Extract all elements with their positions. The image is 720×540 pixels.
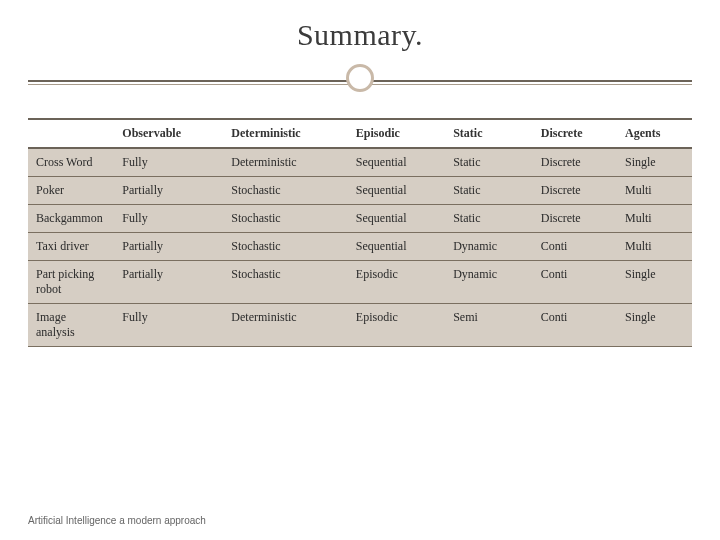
table-row: Backgammon Fully Stochastic Sequential S…: [28, 205, 692, 233]
summary-table: Observable Deterministic Episodic Static…: [28, 118, 692, 347]
cell: Stochastic: [223, 205, 348, 233]
cell: Static: [445, 205, 533, 233]
cell: Discrete: [533, 177, 617, 205]
header-discrete: Discrete: [533, 119, 617, 148]
cell: Sequential: [348, 233, 445, 261]
cell: Dynamic: [445, 233, 533, 261]
cell: Conti: [533, 304, 617, 347]
table-row: Taxi driver Partially Stochastic Sequent…: [28, 233, 692, 261]
circle-ornament-icon: [346, 64, 374, 92]
cell: Single: [617, 304, 692, 347]
header-agents: Agents: [617, 119, 692, 148]
cell-label: Taxi driver: [28, 233, 114, 261]
cell-label: Part picking robot: [28, 261, 114, 304]
cell: Conti: [533, 261, 617, 304]
page-title: Summary.: [28, 18, 692, 52]
table-row: Part picking robot Partially Stochastic …: [28, 261, 692, 304]
cell-label: Image analysis: [28, 304, 114, 347]
cell: Fully: [114, 148, 223, 177]
cell: Fully: [114, 205, 223, 233]
header-observable: Observable: [114, 119, 223, 148]
cell: Stochastic: [223, 233, 348, 261]
cell: Dynamic: [445, 261, 533, 304]
title-area: Summary.: [28, 18, 692, 78]
footer-text: Artificial Intelligence a modern approac…: [28, 515, 206, 526]
header-episodic: Episodic: [348, 119, 445, 148]
cell: Fully: [114, 304, 223, 347]
table-row: Poker Partially Stochastic Sequential St…: [28, 177, 692, 205]
cell: Stochastic: [223, 177, 348, 205]
cell: Partially: [114, 261, 223, 304]
cell: Sequential: [348, 148, 445, 177]
cell-label: Poker: [28, 177, 114, 205]
cell: Partially: [114, 233, 223, 261]
cell: Sequential: [348, 177, 445, 205]
cell: Single: [617, 148, 692, 177]
cell: Single: [617, 261, 692, 304]
cell: Static: [445, 148, 533, 177]
table-header-row: Observable Deterministic Episodic Static…: [28, 119, 692, 148]
header-deterministic: Deterministic: [223, 119, 348, 148]
cell: Deterministic: [223, 304, 348, 347]
cell: Conti: [533, 233, 617, 261]
cell: Deterministic: [223, 148, 348, 177]
table-body: Cross Word Fully Deterministic Sequentia…: [28, 148, 692, 347]
header-blank: [28, 119, 114, 148]
cell: Multi: [617, 205, 692, 233]
cell: Episodic: [348, 261, 445, 304]
cell: Discrete: [533, 148, 617, 177]
cell: Semi: [445, 304, 533, 347]
table-row: Image analysis Fully Deterministic Episo…: [28, 304, 692, 347]
header-static: Static: [445, 119, 533, 148]
cell: Partially: [114, 177, 223, 205]
cell: Sequential: [348, 205, 445, 233]
cell: Discrete: [533, 205, 617, 233]
table-row: Cross Word Fully Deterministic Sequentia…: [28, 148, 692, 177]
summary-table-container: Observable Deterministic Episodic Static…: [28, 118, 692, 347]
cell: Episodic: [348, 304, 445, 347]
cell-label: Cross Word: [28, 148, 114, 177]
slide: Summary. Observable Deterministic Episod…: [0, 0, 720, 540]
cell: Multi: [617, 177, 692, 205]
cell: Multi: [617, 233, 692, 261]
cell: Stochastic: [223, 261, 348, 304]
cell: Static: [445, 177, 533, 205]
cell-label: Backgammon: [28, 205, 114, 233]
